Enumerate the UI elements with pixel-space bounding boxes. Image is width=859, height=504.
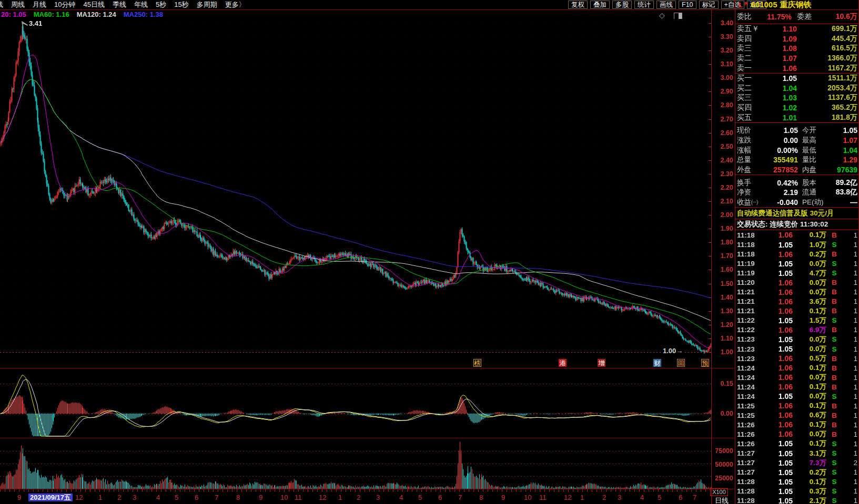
tick-row-16[interactable]: 11:241.060.1万B1 [735,382,859,392]
tick-row-14[interactable]: 11:241.060.1万B1 [735,363,859,373]
period-indicator[interactable]: 日线 [710,496,733,504]
tick-side: S [826,497,842,504]
tick-volume: 0.0万 [793,335,826,344]
sell-row-2[interactable]: 卖三1.08616.5万 [735,44,859,54]
buy-row-4[interactable]: 买五1.01181.8万 [735,112,859,122]
tick-row-9[interactable]: 11:221.051.5万S1 [735,316,859,325]
tick-time: 11:24 [737,393,762,400]
sell-price: 1.06 [767,64,797,73]
tick-row-18[interactable]: 11:251.060.1万B1 [735,401,859,410]
tick-side: B [826,421,842,429]
subscription-notice[interactable]: 自动续费通达信普及版 30元/月 [735,208,859,219]
tick-row-24[interactable]: 11:271.057.3万S2 [735,458,859,468]
event-badge-预[interactable]: 预 [701,359,709,367]
menu-item-0[interactable]: 线 [0,1,3,9]
tick-row-23[interactable]: 11:271.053.1万S1 [735,449,859,458]
tick-row-21[interactable]: 11:261.060.0万B1 [735,429,859,439]
sell-row-4[interactable]: 卖一1.061167.2万 [735,63,859,73]
tick-price: 1.06 [762,420,793,429]
event-badge-港[interactable]: 港 [559,359,567,367]
menu-item-9[interactable]: 多周期 [197,1,217,9]
tick-side: S [826,241,842,249]
volume-unit-button[interactable]: X100 [710,488,728,496]
event-badge-榜[interactable]: 榜 [473,359,481,367]
sell-label: 卖一 [737,64,767,73]
info-value: 89.2亿 [827,178,857,188]
peak-price-annotation: 3.41 [29,19,42,27]
menu-item-8[interactable]: 15秒 [174,1,188,9]
event-badge-财[interactable]: 财 [653,359,661,367]
price-axis-label: 1.40 [711,294,733,301]
tick-row-20[interactable]: 11:261.060.1万B1 [735,420,859,429]
price-axis-label: 1.90 [711,225,733,232]
buy-row-2[interactable]: 买三1.031137.6万 [735,93,859,103]
volume-chart[interactable] [0,438,711,489]
tick-row-6[interactable]: 11:211.060.0万B1 [735,287,859,297]
tick-row-7[interactable]: 11:211.063.6万B1 [735,297,859,306]
tick-row-27[interactable]: 11:281.050.3万S1 [735,487,859,496]
menu-item-4[interactable]: 45日线 [83,1,104,9]
tick-row-5[interactable]: 11:201.060.0万B1 [735,278,859,287]
sell-row-1[interactable]: 卖四1.09445.4万 [735,34,859,44]
toolbar-button-1[interactable]: 叠加 [590,1,610,9]
low-price-annotation: 1.00→ [662,347,684,355]
menu-item-1[interactable]: 周线 [11,1,25,9]
info-value: 1.05 [767,126,798,135]
tick-row-26[interactable]: 11:281.050.1万S1 [735,477,859,487]
tick-count: 1 [842,430,857,438]
tick-row-17[interactable]: 11:241.050.0万S1 [735,392,859,401]
info-row-2: 涨幅0.00%最低1.04 [735,145,859,155]
tick-row-11[interactable]: 11:231.050.0万S1 [735,335,859,344]
diamond-icon[interactable]: ◇ [659,11,665,19]
toolbar-button-4[interactable]: 画线 [656,1,676,9]
tick-row-15[interactable]: 11:241.060.0万B1 [735,373,859,382]
toolbar-button-5[interactable]: F10 [679,1,696,9]
toolbar-button-6[interactable]: 标记 [699,1,719,9]
tick-row-19[interactable]: 11:251.060.6万B1 [735,410,859,420]
tick-side: S [826,440,842,448]
menu-item-5[interactable]: 季线 [113,1,126,9]
candlestick-chart[interactable] [0,19,711,358]
tick-volume: 0.5万 [793,354,826,363]
tick-row-2[interactable]: 11:181.060.2万B1 [735,250,859,259]
sell-row-0[interactable]: 卖五￥1.10699.1万 [735,24,859,34]
menu-item-6[interactable]: 年线 [134,1,148,9]
tick-row-1[interactable]: 11:181.051.0万S1 [735,240,859,249]
toolbar-button-0[interactable]: 复权 [568,1,588,9]
tick-row-13[interactable]: 11:231.060.5万B1 [735,354,859,363]
event-badge-增[interactable]: 增 [598,359,605,367]
menu-item-3[interactable]: 10分钟 [54,1,75,9]
sell-row-3[interactable]: 卖二1.071366.0万 [735,54,859,64]
tick-row-22[interactable]: 11:261.050.1万S1 [735,439,859,448]
tick-row-28[interactable]: 11:281.052.1万S1 [735,496,859,504]
tick-volume: 0.2万 [793,468,826,477]
buy-row-3[interactable]: 买四1.02365.2万 [735,103,859,113]
event-badge-回[interactable]: 回 [677,359,685,367]
price-axis-label: 1.60 [711,266,733,273]
tick-row-0[interactable]: 11:181.060.1万B1 [735,230,859,240]
tick-row-3[interactable]: 11:191.050.0万S1 [735,259,859,269]
month-label: 7 [458,493,462,501]
info-label: 收益㈠ [737,198,767,207]
tick-volume: 0.0万 [793,373,826,382]
tick-time: 11:25 [737,412,762,419]
price-axis-label: 1.70 [711,252,733,260]
tick-side: B [826,288,842,296]
price-axis-label: 2.10 [711,198,733,205]
month-label: 3 [376,493,380,501]
month-label: 2 [357,493,360,501]
buy-row-0[interactable]: 买一1.051511.1万 [735,74,859,84]
menu-item-7[interactable]: 5秒 [156,1,166,9]
toolbar-button-2[interactable]: 多股 [612,1,632,9]
tick-row-25[interactable]: 11:271.050.2万S1 [735,468,859,477]
tick-row-8[interactable]: 11:211.060.1万B1 [735,306,859,316]
macd-chart[interactable] [0,368,711,438]
buy-row-1[interactable]: 买二1.042053.4万 [735,84,859,94]
tick-row-4[interactable]: 11:191.054.7万S1 [735,269,859,278]
tick-row-12[interactable]: 11:231.050.0万S1 [735,344,859,354]
menu-item-10[interactable]: 更多〉 [225,1,246,9]
tick-price: 1.06 [762,383,793,391]
tick-row-10[interactable]: 11:221.066.9万B1 [735,325,859,335]
menu-item-2[interactable]: 月线 [33,1,46,9]
toolbar-button-3[interactable]: 统计 [634,1,654,9]
